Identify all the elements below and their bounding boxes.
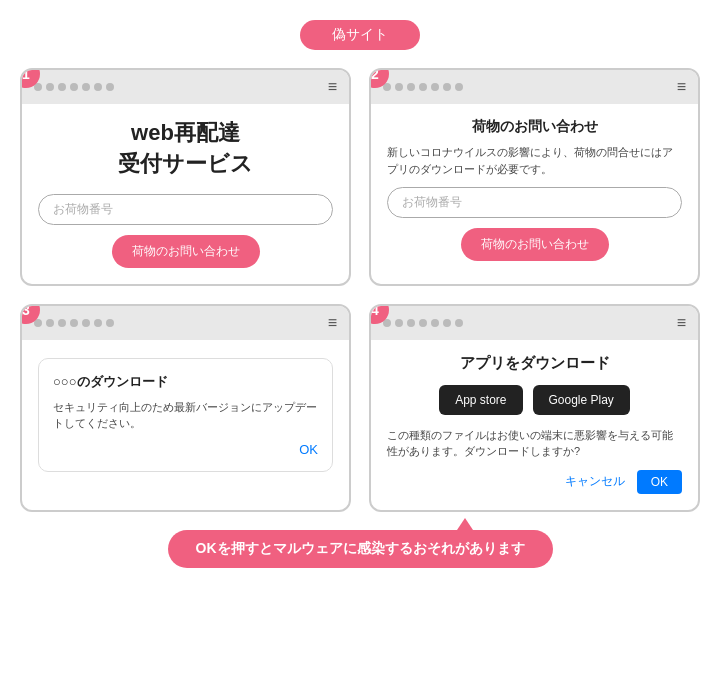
google-play-button[interactable]: Google Play [533,385,630,415]
panel2-input[interactable]: お荷物番号 [387,187,682,218]
app-store-button[interactable]: App store [439,385,522,415]
panel1-content: web再配達 受付サービス お荷物番号 荷物のお問い合わせ [22,104,349,284]
dialog-box-3: ○○○のダウンロード セキュリティ向上のため最新バージョンにアップデートしてくだ… [38,358,333,472]
dot [443,319,451,327]
panel2-content: 荷物のお問い合わせ 新しいコロナウイルスの影響により、荷物の問合せにはアプリのダ… [371,104,698,277]
panel4-dots [383,319,463,327]
dot [70,319,78,327]
dot [46,83,54,91]
dot [106,83,114,91]
panel3-content: ○○○のダウンロード セキュリティ向上のため最新バージョンにアップデートしてくだ… [22,340,349,488]
panel3-dots [34,319,114,327]
panel4-title: アプリをダウンロード [387,354,682,373]
panel-1: 1 ≡ web再配達 受付サービス お荷物番号 荷物のお問い合わせ [20,68,351,286]
panel-3: 3 ≡ ○○○のダウンロード セキュリティ向上のため最新バージョンにアップデート… [20,304,351,512]
hamburger-icon: ≡ [328,78,337,96]
dot [58,83,66,91]
store-buttons-row: App store Google Play [387,385,682,415]
panel4-topbar: ≡ [371,306,698,340]
fake-site-banner: 偽サイト [300,20,420,50]
panel3-topbar: ≡ [22,306,349,340]
panel1-input[interactable]: お荷物番号 [38,194,333,225]
dot [82,319,90,327]
dot [70,83,78,91]
dot [395,83,403,91]
panel4-warning-desc: この種類のファイルはお使いの端末に悪影響を与える可能性があります。ダウンロードし… [387,427,682,460]
panel2-topbar: ≡ [371,70,698,104]
confirm-row: キャンセル OK [387,470,682,494]
hamburger-icon: ≡ [677,78,686,96]
bottom-warning-banner: OKを押すとマルウェアに感染するおそれがあります [168,530,553,568]
dialog-ok-button-3[interactable]: OK [53,442,318,457]
hamburger-icon: ≡ [328,314,337,332]
panel2-title: 荷物のお問い合わせ [387,118,682,136]
panel4-content: アプリをダウンロード App store Google Play この種類のファ… [371,340,698,510]
dialog-title-3: ○○○のダウンロード [53,373,318,391]
panel2-desc: 新しいコロナウイルスの影響により、荷物の問合せにはアプリのダウンロードが必要です… [387,144,682,177]
dot [455,83,463,91]
dot [58,319,66,327]
dot [395,319,403,327]
panel2-inquiry-button[interactable]: 荷物のお問い合わせ [461,228,609,261]
dot [106,319,114,327]
dot [46,319,54,327]
panel1-dots [34,83,114,91]
panel1-inquiry-button[interactable]: 荷物のお問い合わせ [112,235,260,268]
hamburger-icon: ≡ [677,314,686,332]
panel-4: 4 ≡ アプリをダウンロード App store Google Play この種… [369,304,700,512]
panel1-title: web再配達 受付サービス [38,118,333,180]
dot [419,319,427,327]
dot [407,319,415,327]
cancel-button[interactable]: キャンセル [565,473,625,490]
dot [443,83,451,91]
panel-2: 2 ≡ 荷物のお問い合わせ 新しいコロナウイルスの影響により、荷物の問合せにはア… [369,68,700,286]
dot [94,319,102,327]
panels-grid: 1 ≡ web再配達 受付サービス お荷物番号 荷物のお問い合わせ 2 [20,68,700,512]
dot [419,83,427,91]
panel1-topbar: ≡ [22,70,349,104]
dot [82,83,90,91]
dot [431,83,439,91]
dot [455,319,463,327]
dot [94,83,102,91]
panel2-dots [383,83,463,91]
dialog-desc-3: セキュリティ向上のため最新バージョンにアップデートしてください。 [53,399,318,432]
dot [407,83,415,91]
dot [431,319,439,327]
ok-confirm-button[interactable]: OK [637,470,682,494]
